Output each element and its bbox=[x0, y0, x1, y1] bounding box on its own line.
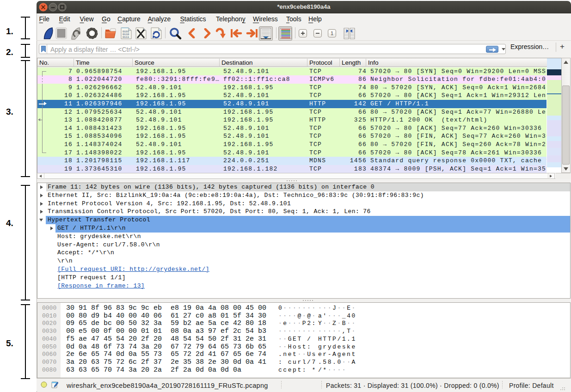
svg-text:0111: 0111 bbox=[123, 36, 129, 39]
svg-text:1: 1 bbox=[331, 31, 333, 36]
